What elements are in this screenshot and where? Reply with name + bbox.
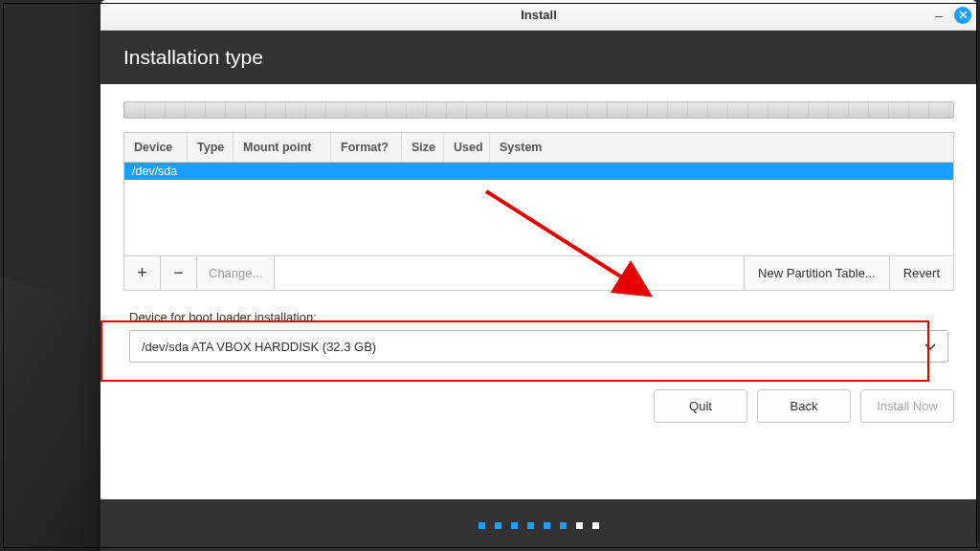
revert-button[interactable]: Revert (890, 256, 953, 290)
table-header: Device Type Mount point Format? Size Use… (124, 133, 953, 163)
titlebar: Install – (100, 0, 977, 31)
step-dot (592, 522, 599, 529)
boot-loader-value: /dev/sda ATA VBOX HARDDISK (32.3 GB) (142, 340, 376, 354)
close-icon (959, 11, 968, 19)
col-size[interactable]: Size (402, 133, 444, 162)
content: Device Type Mount point Format? Size Use… (100, 84, 977, 499)
minimize-button[interactable]: – (931, 8, 947, 23)
page-title: Installation type (100, 31, 977, 84)
boot-loader-select[interactable]: /dev/sda ATA VBOX HARDDISK (32.3 GB) (129, 330, 948, 363)
boot-loader-section: Device for boot loader installation: /de… (123, 302, 954, 372)
step-dot (511, 522, 518, 529)
remove-partition-button[interactable]: − (161, 256, 197, 290)
table-row[interactable]: /dev/sda (124, 163, 953, 180)
step-dot (527, 522, 534, 529)
add-partition-button[interactable]: + (124, 256, 161, 290)
chevron-down-icon (924, 340, 936, 354)
step-dot (560, 522, 567, 529)
col-device[interactable]: Device (124, 133, 188, 162)
table-body[interactable]: /dev/sda (124, 163, 953, 255)
partition-table: Device Type Mount point Format? Size Use… (123, 132, 954, 256)
installer-window: Install – Installation type Device Type … (100, 0, 977, 551)
install-now-button[interactable]: Install Now (860, 389, 954, 423)
step-dot (544, 522, 550, 529)
col-used[interactable]: Used (444, 133, 490, 162)
wizard-nav: Quit Back Install Now (123, 389, 954, 423)
quit-button[interactable]: Quit (654, 389, 747, 423)
col-type[interactable]: Type (188, 133, 234, 162)
back-button[interactable]: Back (757, 389, 851, 423)
step-dot (576, 522, 583, 529)
partition-toolbar: + − Change... New Partition Table... Rev… (123, 256, 954, 291)
window-title: Install (100, 8, 977, 22)
step-dot (479, 522, 485, 529)
step-indicator (100, 499, 977, 551)
change-partition-button[interactable]: Change... (197, 256, 275, 290)
col-format[interactable]: Format? (331, 133, 402, 162)
close-button[interactable] (954, 7, 971, 24)
col-mount-point[interactable]: Mount point (234, 133, 331, 162)
disk-usage-bar (123, 101, 954, 119)
boot-loader-label: Device for boot loader installation: (129, 310, 948, 324)
new-partition-table-button[interactable]: New Partition Table... (745, 256, 890, 290)
step-dot (495, 522, 501, 529)
col-system[interactable]: System (490, 133, 953, 162)
